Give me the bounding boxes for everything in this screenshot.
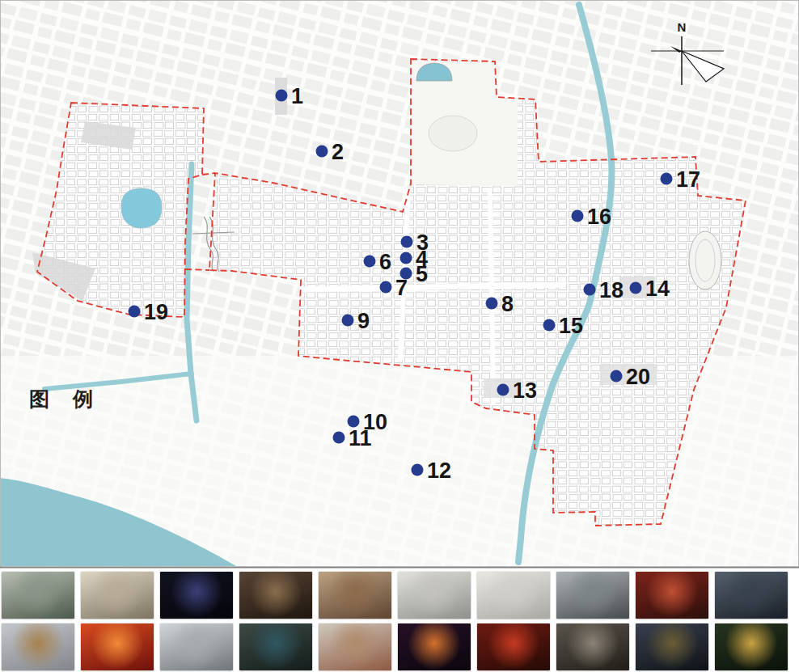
photo-strip bbox=[0, 568, 799, 672]
photo-row-1 bbox=[2, 572, 788, 619]
marker-number: 20 bbox=[626, 365, 650, 389]
photo-red-shrine-lanterns[interactable] bbox=[636, 572, 708, 619]
marker-dot[interactable] bbox=[400, 252, 412, 264]
marker-dot[interactable] bbox=[497, 384, 509, 396]
photo-night-puppet-show[interactable] bbox=[160, 572, 233, 619]
photo-modern-gallery-corridor[interactable] bbox=[715, 572, 788, 619]
marker-number: 2 bbox=[332, 140, 344, 164]
marker-number: 17 bbox=[676, 167, 700, 192]
marker-number: 18 bbox=[599, 278, 624, 302]
marker-dot[interactable] bbox=[401, 236, 413, 248]
marker-number: 6 bbox=[379, 250, 391, 274]
district-map: N 1234567891011121314151617181920 bbox=[0, 0, 799, 568]
marker-number: 13 bbox=[513, 378, 537, 403]
photo-minnan-temple-roof[interactable] bbox=[319, 623, 391, 670]
photo-night-street-trees[interactable] bbox=[715, 623, 788, 670]
marker-number: 14 bbox=[645, 277, 670, 301]
marker-dot[interactable] bbox=[611, 370, 623, 382]
photo-courtyard-pool[interactable] bbox=[239, 623, 312, 670]
marker-number: 15 bbox=[559, 314, 583, 338]
marker-number: 8 bbox=[501, 292, 514, 316]
marker-dot[interactable] bbox=[364, 256, 376, 268]
marker-number: 7 bbox=[395, 276, 408, 300]
photo-woven-basket-artifact[interactable] bbox=[2, 623, 74, 670]
marker-number: 19 bbox=[144, 300, 168, 324]
marker-dot[interactable] bbox=[342, 315, 354, 327]
stadium-track bbox=[689, 231, 721, 290]
marker-dot[interactable] bbox=[572, 210, 584, 222]
marker-dot[interactable] bbox=[584, 284, 596, 296]
photo-colonial-building[interactable] bbox=[398, 572, 471, 619]
marker-number: 5 bbox=[416, 262, 428, 286]
photo-red-silk-threads[interactable] bbox=[81, 623, 154, 670]
marker-dot[interactable] bbox=[661, 173, 673, 185]
photo-exhibit-machinery[interactable] bbox=[556, 623, 629, 670]
legend-title: 图 例 bbox=[29, 386, 102, 412]
photo-colorful-marionettes[interactable] bbox=[398, 623, 471, 670]
marker-number: 11 bbox=[349, 426, 372, 450]
marker-dot[interactable] bbox=[129, 306, 141, 318]
photo-red-night-interior[interactable] bbox=[477, 623, 550, 670]
photo-museum-interior-dark[interactable] bbox=[239, 572, 312, 619]
marker-dot[interactable] bbox=[333, 432, 345, 444]
photo-row-2 bbox=[2, 623, 788, 670]
west-district-lake bbox=[121, 188, 162, 228]
marker-dot[interactable] bbox=[380, 281, 392, 294]
photo-white-shophouses[interactable] bbox=[477, 572, 550, 619]
park-lawn bbox=[429, 116, 477, 151]
marker-dot[interactable] bbox=[316, 146, 328, 158]
map-canvas: N 1234567891011121314151617181920 图 例 bbox=[0, 0, 799, 568]
marker-number: 16 bbox=[587, 205, 611, 229]
photo-traditional-shopfront[interactable] bbox=[81, 572, 154, 619]
compass-n-label: N bbox=[678, 20, 687, 34]
marker-dot[interactable] bbox=[543, 319, 556, 332]
photo-hall-with-gong[interactable] bbox=[319, 572, 391, 619]
marker-number: 12 bbox=[427, 459, 451, 483]
marker-dot[interactable] bbox=[276, 90, 288, 102]
marker-dot[interactable] bbox=[486, 298, 498, 310]
street bbox=[490, 188, 493, 404]
photo-arched-tunnel-exhibit[interactable] bbox=[636, 623, 708, 670]
marker-dot[interactable] bbox=[412, 464, 424, 476]
photo-old-street-shops[interactable] bbox=[2, 572, 74, 619]
marker-number: 1 bbox=[291, 84, 303, 108]
photo-craftsman-bw-photo[interactable] bbox=[556, 572, 629, 619]
marker-number: 9 bbox=[357, 309, 370, 333]
marker-dot[interactable] bbox=[630, 282, 642, 294]
page: N 1234567891011121314151617181920 图 例 bbox=[0, 0, 799, 672]
photo-stage-scene-bw[interactable] bbox=[160, 623, 233, 670]
